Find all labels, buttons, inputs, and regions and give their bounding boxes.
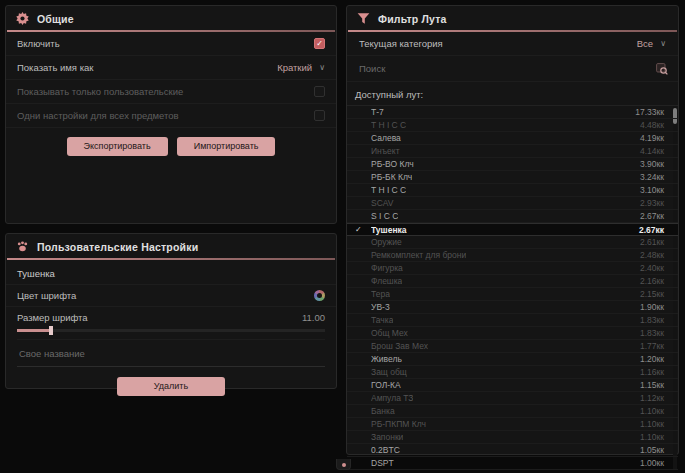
- general-setting-row: Показывать только пользовательские: [6, 80, 336, 104]
- loot-item-value: 2.67кк: [640, 211, 664, 221]
- loot-item-name: T H I C C: [371, 185, 406, 195]
- export-import-row: Экспортировать Импортировать: [6, 137, 336, 156]
- loot-item-row[interactable]: T H I C C3.10кк: [347, 184, 678, 197]
- grip-dot-icon: [342, 463, 346, 467]
- custom-name-input[interactable]: [17, 339, 325, 367]
- loot-item-value: 4.14кк: [640, 146, 664, 156]
- loot-item-name: Оружие: [371, 237, 402, 247]
- loot-item-value: 3.90кк: [640, 159, 664, 169]
- loot-item-row[interactable]: ✓Тушенка2.67кк: [347, 223, 678, 236]
- checkbox[interactable]: [314, 86, 325, 97]
- user-settings-panel: Пользовательские Настройки Тушенка Цвет …: [5, 233, 337, 389]
- export-button[interactable]: Экспортировать: [67, 137, 168, 156]
- general-setting-row: Включить✓: [6, 32, 336, 56]
- delete-button[interactable]: Удалить: [117, 377, 225, 396]
- general-settings-panel: Общие Включить✓Показать имя какКраткий∨П…: [5, 5, 337, 224]
- loot-item-value: 1.90кк: [640, 302, 664, 312]
- loot-item-name: Тачка: [371, 315, 393, 325]
- loot-item-row[interactable]: Оружие2.61кк: [347, 236, 678, 249]
- loot-item-value: 2.16кк: [640, 276, 664, 286]
- loot-item-name: Общ Мех: [371, 328, 408, 338]
- loot-item-value: 1.00кк: [640, 458, 664, 468]
- loot-item-row[interactable]: Живель1.20кк: [347, 353, 678, 366]
- available-loot-label: Доступный лут:: [347, 82, 678, 105]
- loot-item-name: РБ-БК Клч: [371, 172, 412, 182]
- loot-item-value: 3.10кк: [640, 185, 664, 195]
- loot-item-value: 4.48кк: [640, 120, 664, 130]
- loot-item-row[interactable]: Ремкомплект для брони2.48кк: [347, 249, 678, 262]
- paw-icon: [16, 240, 29, 253]
- name-display-select[interactable]: Краткий∨: [277, 62, 325, 73]
- loot-item-value: 1.10кк: [640, 419, 664, 429]
- loot-item-row[interactable]: 0.2BTC1.05кк: [347, 444, 678, 457]
- loot-filter-panel: Фильтр Лута Текущая категория Все ∨ Дост…: [346, 5, 679, 455]
- color-wheel-icon[interactable]: [314, 290, 325, 301]
- loot-item-row[interactable]: Инъект4.14кк: [347, 145, 678, 158]
- loot-item-value: 1.83кк: [640, 315, 664, 325]
- loot-item-value: 1.12кк: [640, 393, 664, 403]
- font-size-slider[interactable]: [17, 329, 325, 332]
- loot-item-value: 1.10кк: [640, 406, 664, 416]
- loot-item-value: 4.19кк: [640, 133, 664, 143]
- loot-item-row[interactable]: DSPT1.00кк: [347, 457, 678, 470]
- loot-item-row[interactable]: РБ-ВО Клч3.90кк: [347, 158, 678, 171]
- loot-item-name: Запонки: [371, 432, 403, 442]
- general-setting-row: Показать имя какКраткий∨: [6, 56, 336, 80]
- general-panel-header: Общие: [6, 6, 336, 30]
- loot-item-name: ГОЛ-КА: [371, 380, 401, 390]
- font-size-row: Размер шрифта 11.00: [6, 306, 336, 328]
- window-drag-handle[interactable]: [336, 459, 351, 470]
- loot-item-name: Живель: [371, 354, 402, 364]
- loot-item-row[interactable]: Тера2.15кк: [347, 288, 678, 301]
- loot-item-name: Т-7: [371, 107, 384, 117]
- loot-item-row[interactable]: S I C C2.67кк: [347, 210, 678, 223]
- loot-item-value: 2.67кк: [639, 225, 664, 235]
- panel-title: Общие: [37, 13, 74, 25]
- loot-item-row[interactable]: Салева4.19кк: [347, 132, 678, 145]
- loot-item-row[interactable]: Общ Мех1.83кк: [347, 327, 678, 340]
- check-icon: ✓: [355, 225, 362, 234]
- loot-item-row[interactable]: ГОЛ-КА1.15кк: [347, 379, 678, 392]
- font-size-slider-fill: [17, 329, 51, 332]
- checkbox[interactable]: [314, 110, 325, 121]
- category-label: Текущая категория: [359, 38, 443, 49]
- font-size-value: 11.00: [302, 312, 325, 323]
- loot-item-row[interactable]: Ампула ТЗ1.12кк: [347, 392, 678, 405]
- loot-item-row[interactable]: Тачка1.83кк: [347, 314, 678, 327]
- loot-item-name: Банка: [371, 406, 395, 416]
- loot-item-value: 17.33кк: [635, 107, 664, 117]
- import-button[interactable]: Импортировать: [177, 137, 276, 156]
- loot-item-row[interactable]: SCAV2.93кк: [347, 197, 678, 210]
- loot-item-row[interactable]: Флешка2.16кк: [347, 275, 678, 288]
- general-setting-row: Одни настройки для всех предметов: [6, 104, 336, 128]
- loot-item-row[interactable]: T H I C C4.48кк: [347, 119, 678, 132]
- loot-item-row[interactable]: Банка1.10кк: [347, 405, 678, 418]
- loot-item-row[interactable]: Запонки1.10кк: [347, 431, 678, 444]
- loot-item-name: 0.2BTC: [371, 445, 400, 455]
- checkbox[interactable]: ✓: [314, 38, 325, 49]
- loot-item-row[interactable]: Брош Зав Мех1.77кк: [347, 340, 678, 353]
- loot-item-value: 2.93кк: [640, 198, 664, 208]
- loot-item-name: Тушенка: [371, 225, 407, 235]
- loot-item-name: РБ-ВО Клч: [371, 159, 414, 169]
- font-size-slider-thumb[interactable]: [49, 326, 53, 335]
- loot-item-row[interactable]: РБ-ПКПМ Клч1.10кк: [347, 418, 678, 431]
- panel-title: Пользовательские Настройки: [37, 241, 198, 253]
- funnel-icon: [357, 12, 370, 25]
- category-value: Все: [637, 38, 653, 49]
- loot-list: Т-717.33ккT H I C C4.48ккСалева4.19ккИнъ…: [347, 105, 678, 470]
- search-icon[interactable]: [656, 63, 668, 75]
- loot-item-row[interactable]: УВ-31.90кк: [347, 301, 678, 314]
- loot-item-name: РБ-ПКПМ Клч: [371, 419, 426, 429]
- setting-label: Показать имя как: [17, 62, 93, 73]
- category-row: Текущая категория Все ∨: [347, 32, 678, 56]
- search-input[interactable]: [359, 60, 656, 77]
- loot-item-value: 1.20кк: [640, 354, 664, 364]
- loot-item-row[interactable]: РБ-БК Клч3.24кк: [347, 171, 678, 184]
- category-select[interactable]: Все ∨: [637, 38, 666, 49]
- select-value: Краткий: [277, 62, 312, 73]
- selected-item-name: Тушенка: [6, 260, 336, 284]
- loot-item-row[interactable]: Защ общ1.16кк: [347, 366, 678, 379]
- loot-item-row[interactable]: Т-717.33кк: [347, 106, 678, 119]
- loot-item-row[interactable]: Фигурка2.40кк: [347, 262, 678, 275]
